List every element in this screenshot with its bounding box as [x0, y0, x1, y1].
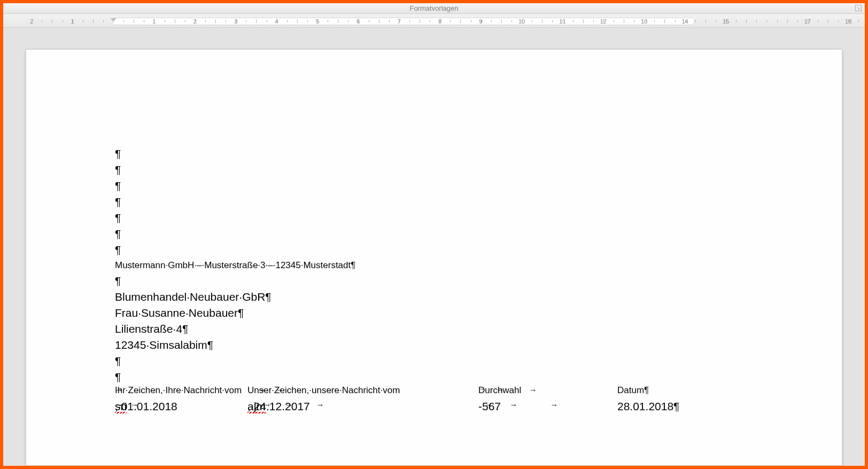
- ruler-number: 13: [641, 18, 647, 25]
- ruler-number: 15: [723, 18, 729, 25]
- dialog-launcher-icon[interactable]: ↘: [855, 5, 862, 11]
- recipient-person: Frau·Susanne·Neubauer¶: [115, 305, 810, 321]
- ruler-number: 3: [234, 18, 237, 25]
- ruler-number: 11: [559, 18, 565, 25]
- app-window: Formatvorlagen ↘ 21123456789101112131415…: [3, 3, 865, 466]
- tab-arrow-icon: →: [529, 385, 537, 394]
- ruler-number: 12: [600, 18, 607, 25]
- tab-arrow-icon: →: [115, 400, 123, 409]
- ref-col2-header: Unser·Zeichen,·unsere·Nachricht·vom → →: [247, 385, 275, 396]
- ref-col1-value: sn,·01.01.2018→ →: [115, 400, 130, 413]
- sender-line: Mustermann·GmbH·–·Musterstraße·3·–·12345…: [115, 258, 810, 273]
- tab-arrow-icon: →: [275, 385, 283, 394]
- tab-arrow-icon: →: [550, 400, 558, 409]
- ruler-track: 211234567891011121314151718: [3, 18, 865, 25]
- ruler-number: 17: [804, 18, 811, 25]
- reference-block: Ihr·Zeichen,·Ihre·Nachricht·vom → sn,·01…: [115, 385, 810, 417]
- ref-col3-value: -567 → → →: [478, 400, 550, 413]
- empty-paragraph: ¶: [115, 242, 810, 258]
- ruler-number: 18: [845, 18, 851, 25]
- tab-arrow-icon: →: [509, 400, 517, 409]
- ruler-number: 10: [518, 18, 525, 25]
- ruler-number: 7: [398, 18, 401, 25]
- styles-panel-title: Formatvorlagen: [409, 4, 458, 12]
- ruler-number: 1: [71, 18, 74, 25]
- ruler-number: 6: [356, 18, 360, 25]
- ref-col4-value: 28.01.2018¶: [617, 400, 679, 413]
- tab-arrow-icon: →: [263, 400, 271, 409]
- ruler-number: 5: [316, 18, 319, 25]
- empty-paragraph: ¶: [115, 178, 810, 194]
- tab-arrow-icon: →: [316, 400, 324, 409]
- first-line-indent-marker[interactable]: [110, 18, 117, 21]
- recipient-city: 12345·Simsalabim¶: [115, 337, 810, 353]
- empty-paragraph: ¶: [115, 369, 810, 385]
- tab-arrow-icon: →: [115, 385, 123, 394]
- empty-paragraph: ¶: [115, 210, 810, 226]
- ruler-number: 14: [681, 18, 688, 25]
- ruler-number: 4: [275, 18, 278, 25]
- ruler-number: 9: [479, 18, 483, 25]
- empty-paragraph: ¶: [115, 353, 810, 369]
- horizontal-ruler[interactable]: 211234567891011121314151718: [3, 14, 865, 28]
- workspace: ¶ ¶ ¶ ¶ ¶ ¶ ¶ Mustermann·GmbH·–·Musterst…: [3, 28, 865, 466]
- ruler-number: 8: [438, 18, 441, 25]
- tab-arrow-icon: →: [130, 400, 138, 409]
- ref-col2-value: ajm,·24.12.2017 → → →: [247, 400, 316, 413]
- ref-col4-header: Datum¶: [617, 385, 649, 396]
- empty-paragraph: ¶: [115, 273, 810, 289]
- tab-arrow-icon: →: [285, 400, 293, 409]
- tab-arrow-icon: →: [496, 385, 504, 394]
- document-page[interactable]: ¶ ¶ ¶ ¶ ¶ ¶ ¶ Mustermann·GmbH·–·Musterst…: [26, 49, 842, 466]
- tab-arrow-icon: →: [258, 385, 266, 394]
- empty-paragraph: ¶: [115, 146, 810, 162]
- ruler-number: 2: [30, 18, 33, 25]
- empty-paragraph: ¶: [115, 162, 810, 178]
- tab-arrow-icon: →: [485, 400, 493, 409]
- ref-col3-header: Durchwahl→ → →: [478, 385, 529, 396]
- ruler-number: 2: [193, 18, 197, 25]
- recipient-name: Blumenhandel·Neubauer·GbR¶: [115, 289, 810, 305]
- document-body[interactable]: ¶ ¶ ¶ ¶ ¶ ¶ ¶ Mustermann·GmbH·–·Musterst…: [115, 146, 810, 417]
- empty-paragraph: ¶: [115, 194, 810, 210]
- ruler-number: 1: [152, 18, 156, 25]
- empty-paragraph: ¶: [115, 226, 810, 242]
- recipient-street: Lilienstraße·4¶: [115, 321, 810, 337]
- styles-panel-header: Formatvorlagen ↘: [3, 3, 865, 14]
